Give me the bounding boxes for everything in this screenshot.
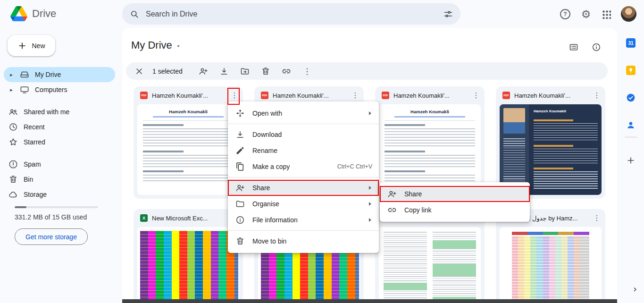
menu-divider [228, 177, 379, 177]
info-icon[interactable] [590, 41, 602, 53]
cv-text-lines [143, 175, 234, 183]
get-more-storage-button[interactable]: Get more storage [15, 228, 88, 245]
submenu-item-copy-link[interactable]: Copy link [380, 202, 530, 218]
file-preview[interactable] [379, 227, 481, 303]
copy-link-icon[interactable] [278, 64, 295, 78]
settings-gear-icon[interactable]: ⚙ [580, 8, 592, 20]
view-toggle-icon[interactable] [568, 41, 580, 53]
share-person-add-icon [235, 183, 245, 193]
file-card[interactable]: Hamzeh Koumakli'... ⋮ Hamzeh Koumakli [134, 86, 243, 199]
sidebar-item-computers[interactable]: ▸ Computers [4, 82, 115, 97]
sidebar-item-label: Starred [24, 138, 45, 146]
share-person-add-icon[interactable] [195, 64, 212, 78]
keep-icon[interactable] [626, 65, 636, 76]
menu-item-open-with[interactable]: Open with [228, 105, 379, 121]
new-button[interactable]: New [8, 35, 55, 56]
download-icon[interactable] [216, 64, 233, 78]
clear-selection-icon[interactable] [131, 64, 148, 78]
sidebar-item-starred[interactable]: Starred [4, 135, 115, 150]
search-icon[interactable] [130, 9, 139, 19]
file-preview[interactable]: Hamzeh Koumakli [500, 104, 602, 195]
expand-caret-icon[interactable]: ▸ [8, 72, 14, 78]
submenu-arrow-icon [368, 111, 372, 116]
calendar-day: 31 [626, 38, 636, 48]
file-card[interactable]: New Microsoft Exc... ⋮ [134, 209, 243, 303]
expand-panel-chevron[interactable]: › [629, 282, 641, 295]
cv-text-lines [143, 128, 234, 147]
cv-heading-bar [385, 124, 425, 126]
menu-item-download[interactable]: Download [228, 126, 379, 143]
open-with-icon [235, 109, 245, 118]
cv-heading-bar [143, 124, 184, 126]
rename-pencil-icon [235, 146, 245, 155]
menu-item-move-to-bin[interactable]: Move to bin [228, 233, 379, 249]
file-name: Hamzeh Koumakli'... [152, 92, 225, 99]
nav-section-gap [4, 150, 115, 157]
expand-caret-icon[interactable]: ▸ [8, 87, 14, 93]
file-card[interactable]: Plain Language Chil... ⋮ [375, 209, 485, 303]
file-preview[interactable] [500, 227, 602, 303]
cv-heading-bar [143, 170, 184, 172]
app-name: Drive [32, 8, 56, 20]
sidebar-item-my-drive[interactable]: ▸ My Drive [4, 67, 115, 82]
menu-item-file-information[interactable]: File information [228, 212, 379, 228]
drive-logo[interactable]: Drive [10, 6, 56, 21]
folder-icon [235, 199, 245, 209]
tasks-icon[interactable] [626, 93, 636, 103]
menu-item-make-a-copy[interactable]: Make a copy Ctrl+C Ctrl+V [228, 159, 379, 175]
search-bar[interactable] [122, 3, 460, 25]
file-name: Hamzeh Koumakli'... [514, 92, 587, 99]
sidebar-item-label: Shared with me [24, 108, 69, 116]
file-more-options-icon[interactable]: ⋮ [470, 91, 482, 100]
add-addon-plus-icon[interactable] [626, 155, 636, 166]
contacts-icon[interactable] [626, 120, 636, 130]
share-person-add-icon [387, 189, 397, 199]
advanced-search-icon[interactable] [443, 9, 453, 19]
cv-text-lines [385, 155, 475, 167]
storage-progress-bar [15, 206, 98, 208]
file-card-header: Hamzeh Koumakli'... ⋮ [134, 86, 243, 104]
sidebar-item-recent[interactable]: Recent [4, 119, 115, 135]
menu-item-label: Share [252, 184, 360, 192]
menu-item-label: Rename [252, 147, 372, 154]
search-input[interactable] [145, 9, 438, 19]
cv-text-lines [534, 123, 598, 141]
gear-glyph: ⚙ [581, 9, 591, 20]
move-to-bin-icon[interactable] [257, 64, 274, 78]
account-avatar[interactable] [621, 6, 636, 22]
cv-dark-thumbnail: Hamzeh Koumakli [500, 104, 602, 195]
menu-item-organise[interactable]: Organise [228, 196, 379, 212]
menu-item-share[interactable]: Share [228, 180, 379, 196]
file-preview[interactable]: Hamzeh Koumakli [137, 104, 239, 195]
sidebar-item-label: Recent [24, 123, 44, 131]
sidebar-item-bin[interactable]: Bin [4, 172, 115, 187]
help-icon[interactable]: ? [559, 8, 571, 20]
sidebar-item-spam[interactable]: Spam [4, 157, 115, 172]
cv-text-lines [385, 128, 475, 147]
sidebar-item-storage[interactable]: Storage [4, 187, 115, 202]
sidebar-item-shared-with-me[interactable]: Shared with me [4, 104, 115, 119]
file-more-options-icon[interactable]: ⋮ [350, 91, 361, 100]
more-actions-icon[interactable]: ⋮ [299, 64, 316, 78]
calendar-icon[interactable]: 31 [626, 38, 636, 48]
file-more-options-icon[interactable]: ⋮ [229, 91, 240, 100]
file-card-header: Hamzeh Koumakli'... ⋮ [496, 86, 605, 104]
cv-preview-title: Hamzeh Koumakli [385, 109, 475, 114]
menu-item-label: Move to bin [252, 237, 372, 245]
sidebar-item-label: Bin [24, 176, 33, 183]
clock-icon [8, 122, 18, 132]
cv-text-lines [143, 155, 234, 167]
page-title-dropdown[interactable]: My Drive [131, 39, 182, 51]
file-more-options-icon[interactable]: ⋮ [591, 91, 602, 100]
submenu-item-share[interactable]: Share [380, 186, 530, 202]
cv-heading-bar [534, 145, 573, 147]
move-to-folder-icon[interactable] [236, 64, 253, 78]
menu-divider [228, 230, 379, 231]
file-preview[interactable] [137, 227, 239, 303]
page-title: My Drive [131, 39, 172, 51]
file-card[interactable]: جدول العطل by Hamz... ⋮ [496, 209, 605, 303]
menu-item-rename[interactable]: Rename [228, 143, 379, 159]
file-preview[interactable]: Hamzeh Koumakli [379, 104, 481, 195]
file-more-options-icon[interactable]: ⋮ [591, 214, 602, 222]
google-apps-grid-icon[interactable] [600, 8, 612, 20]
